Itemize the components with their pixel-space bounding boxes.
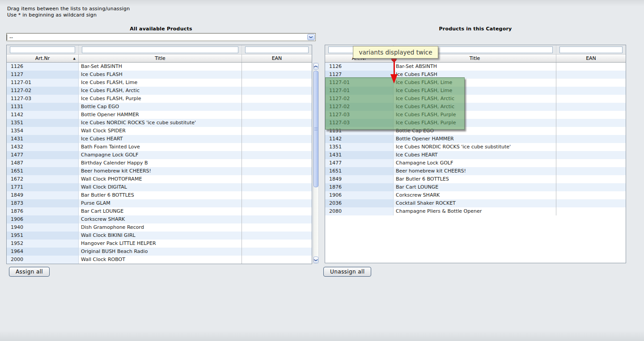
table-row[interactable]: 1127Ice Cubes FLASH [7,71,312,79]
title-cell: Original BUSH Beach Radio [79,248,242,256]
title-cell: Ice Cubes HEART [79,135,242,143]
title-cell: Champagne Lock GOLF [79,151,242,159]
title-cell: Bottle Opener HAMMER [79,111,242,119]
table-row[interactable]: 1432Bath Foam Tainted Love [7,143,312,151]
ean-cell [556,199,626,207]
title-cell: Bar-Set ABSINTH [79,63,242,71]
table-row[interactable]: 1127-03Ice Cubes FLASH, Purple [7,95,312,103]
title-cell: Ice Cubes NORDIC ROCKS 'ice cube substit… [79,119,242,127]
table-row[interactable]: 1964Original BUSH Beach Radio [7,248,312,256]
scroll-down-button[interactable]: ❯ [314,257,318,263]
table-row[interactable]: 1849Bar Butler 6 BOTTLES [325,175,626,183]
title-cell: Corkscrew SHARK [394,191,556,199]
category-select-open-button[interactable]: ❯ [307,34,315,40]
ean-cell [556,143,626,151]
ean-column-header[interactable]: EAN [242,55,312,62]
table-row[interactable]: 1142Bottle Opener HAMMER [7,111,312,119]
unassign-all-button[interactable]: Unassign all [323,267,371,277]
table-row[interactable]: 1873Purse GLAM [7,199,312,207]
table-row[interactable]: 1651Beer homebrew kit CHEERS! [7,167,312,175]
ean-cell [242,167,312,175]
ean-filter-input[interactable] [245,46,309,53]
title-cell: Ice Cubes FLASH, Purple [79,95,242,103]
table-row[interactable]: 1131Bottle Cap EGO [7,103,312,111]
artnr-cell: 1876 [7,207,79,215]
ean-cell [242,87,312,95]
artnr-cell: 1651 [7,167,79,175]
table-row[interactable]: 1849Bar Butler 6 BOTTLES [7,191,312,199]
artnr-filter-input[interactable] [10,46,75,53]
table-row[interactable]: 1477Champagne Lock GOLF [7,151,312,159]
category-select[interactable]: -- ❯ [6,33,316,41]
left-panel-title: All available Products [6,26,316,32]
table-row[interactable]: 1142Bottle Opener HAMMER [325,135,626,143]
table-row[interactable]: 1876Bar Cart LOUNGE [7,207,312,215]
table-row[interactable]: 1906Corkscrew SHARK [325,191,626,199]
table-row[interactable]: 1906Corkscrew SHARK [7,215,312,223]
title-filter-input[interactable] [82,46,238,53]
title-cell: Dish Gramophone Record [79,223,242,232]
artnr-cell: 1651 [325,167,394,175]
duplicated-variants-highlight [325,77,465,130]
ean-cell [242,119,312,127]
table-row[interactable]: 1354Wall Clock SPIDER [7,127,312,135]
table-row[interactable]: 1651Beer homebrew kit CHEERS! [325,167,626,175]
artnr-cell: 1672 [7,175,79,183]
table-row[interactable]: 1351Ice Cubes NORDIC ROCKS 'ice cube sub… [7,119,312,127]
ean-cell [242,135,312,143]
title-cell: Bath Foam Tainted Love [79,143,242,151]
ean-cell [242,103,312,111]
artnr-cell: 1477 [325,159,394,167]
ean-cell [242,215,312,223]
scrollbar-thumb[interactable] [314,71,318,187]
title-cell: Ice Cubes FLASH [79,71,242,79]
vertical-scrollbar[interactable]: ❯ ❯ [313,63,319,264]
ean-filter-input[interactable] [559,46,623,53]
ean-cell [556,191,626,199]
scroll-up-button[interactable]: ❯ [314,63,318,70]
table-row[interactable]: 1431Ice Cubes HEART [7,135,312,143]
table-row[interactable]: 1351Ice Cubes NORDIC ROCKS 'ice cube sub… [325,143,626,151]
artnr-cell: 1432 [7,143,79,151]
ean-cell [242,143,312,151]
ean-cell [556,111,626,119]
artnr-cell: 1431 [325,151,394,159]
artnr-cell: 1906 [325,191,394,199]
artnr-cell: 1142 [325,135,394,143]
table-row[interactable]: 1126Bar-Set ABSINTH [7,63,312,71]
title-cell: Wall Clock PHOTOFRAME [79,175,242,183]
ean-cell [556,79,626,87]
artnr-cell: 1431 [7,135,79,143]
table-row[interactable]: 1487Birthday Calender Happy B [7,159,312,167]
table-row[interactable]: 1876Bar Cart LOUNGE [325,183,626,191]
title-column-header[interactable]: Title [79,55,242,62]
ean-cell [242,175,312,183]
ean-cell [556,119,626,127]
title-cell: Corkscrew SHARK [79,215,242,223]
artnr-cell: 1351 [325,143,394,151]
available-filter-row [7,45,312,54]
table-row[interactable]: 1771Wall Clock DIGITAL [7,183,312,191]
table-row[interactable]: 1127-01Ice Cubes FLASH, Lime [7,79,312,87]
table-row[interactable]: 1431Ice Cubes HEART [325,151,626,159]
table-row[interactable]: 1126Bar-Set ABSINTH [325,63,626,71]
artnr-cell: 1127-01 [7,79,79,87]
artnr-column-header[interactable]: Art.Nr ▲ [7,55,79,62]
table-row[interactable]: 2000Wall Clock ROBOT [7,256,312,264]
ean-column-header[interactable]: EAN [556,55,626,62]
table-row[interactable]: 2080Champagne Pliers & Bottle Opener [325,207,626,215]
table-row[interactable]: 1672Wall Clock PHOTOFRAME [7,175,312,183]
artnr-cell: 1477 [7,151,79,159]
table-row[interactable]: 1951Wall Clock BIKINI GIRL [7,232,312,240]
table-row[interactable]: 1477Champagne Lock GOLF [325,159,626,167]
instructions-line-1: Drag items between the lists to assing/u… [7,6,130,12]
ean-cell [242,63,312,71]
table-row[interactable]: 1952Hangover Pack LITTLE HELPER [7,240,312,248]
table-row[interactable]: 1940Dish Gramophone Record [7,223,312,232]
artnr-cell: 1127-02 [7,87,79,95]
title-cell: Beer homebrew kit CHEERS! [394,167,556,175]
assign-all-button[interactable]: Assign all [9,267,50,277]
instructions-line-2: Use * in beginning as wildcard sign [7,12,130,18]
table-row[interactable]: 2036Cocktail Shaker ROCKET [325,199,626,207]
table-row[interactable]: 1127-02Ice Cubes FLASH, Arctic [7,87,312,95]
